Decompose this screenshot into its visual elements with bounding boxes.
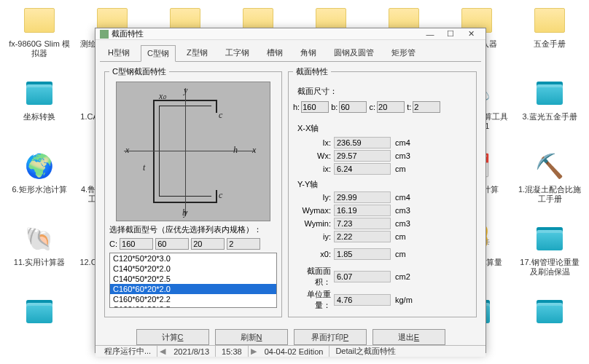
- zip-icon: [22, 76, 57, 111]
- desktop-item-label: 6.矩形水池计算: [7, 185, 72, 194]
- xx-label: X-X轴: [297, 123, 472, 134]
- status-run: 程序运行中...: [98, 346, 157, 357]
- list-item[interactable]: C160*60*20*2.2: [110, 294, 276, 304]
- status-date: 2021/8/13: [168, 346, 216, 357]
- list-item[interactable]: C120*50*20*3.0: [110, 253, 276, 264]
- tab-2[interactable]: Z型钢: [180, 44, 214, 61]
- button-row: 计算C 刷新N 界面打印P 退出E: [95, 329, 485, 345]
- app-icon: [100, 30, 109, 39]
- zip-icon: [532, 221, 567, 256]
- desktop-item[interactable]: 🌍6.矩形水池计算: [3, 146, 76, 218]
- tab-1[interactable]: C型钢: [141, 45, 176, 62]
- dims-label: 截面尺寸：: [297, 86, 472, 97]
- minimize-button[interactable]: ―: [420, 30, 440, 39]
- props-box: Ix:236.59cm4 Wx:29.57cm3 ix:6.24cm Y-Y轴 …: [293, 135, 472, 312]
- window-title: 截面特性: [112, 28, 144, 39]
- print-button[interactable]: 界面打印P: [294, 329, 367, 345]
- val-Iy: 29.99: [334, 191, 391, 203]
- list-item[interactable]: C160*60*20*2.0: [110, 284, 276, 294]
- section-diagram: y x x y h b t c c x₀: [116, 82, 270, 221]
- desktop-item-label: 17.钢管理论重量及刷油保温: [517, 258, 582, 276]
- tab-7[interactable]: 矩形管: [385, 44, 422, 61]
- dim-h[interactable]: [301, 101, 329, 113]
- calc-button[interactable]: 计算C: [136, 329, 209, 345]
- desktop-item[interactable]: 坐标转换: [3, 73, 76, 146]
- input-C[interactable]: [120, 238, 153, 250]
- list-item[interactable]: C140*50*20*2.0: [110, 264, 276, 274]
- desktop-item[interactable]: 17.钢管理论重量及刷油保温: [513, 218, 586, 291]
- folder-icon: [22, 3, 57, 38]
- exit-button[interactable]: 退出E: [372, 329, 445, 345]
- select-label: 选择截面型号（应优先选择列表内规格）：: [109, 224, 277, 235]
- zip-icon: [532, 294, 567, 329]
- left-fieldset: C型钢截面特性 y x x y h b: [104, 66, 282, 317]
- titlebar[interactable]: 截面特性 ― ☐ ✕: [95, 28, 485, 40]
- app-icon: ⛏️: [532, 149, 567, 183]
- desktop-item[interactable]: fx-9860G Slim 模拟器: [3, 0, 76, 73]
- desktop-item[interactable]: 🐚11.实用计算器: [3, 218, 76, 291]
- list-item[interactable]: C160*60*20*2.5: [110, 304, 276, 308]
- tab-5[interactable]: 角钢: [294, 44, 323, 61]
- status-detail: Detail之截面特性: [329, 346, 402, 357]
- desktop-item[interactable]: [513, 291, 586, 364]
- right-legend: 截面特性: [293, 66, 331, 77]
- input-a[interactable]: [155, 238, 189, 250]
- tab-0[interactable]: H型钢: [101, 44, 136, 61]
- model-listbox[interactable]: C120*50*20*3.0C140*50*20*2.0C140*50*20*2…: [109, 253, 277, 308]
- desktop-item[interactable]: 3.蓝光五金手册: [513, 73, 586, 146]
- tab-strip: H型钢C型钢Z型钢工字钢槽钢角钢圆钢及圆管矩形管: [95, 40, 485, 61]
- tab-6[interactable]: 圆钢及圆管: [327, 44, 381, 61]
- app-icon: 🐚: [22, 221, 57, 256]
- val-weight: 4.76: [334, 294, 391, 306]
- list-item[interactable]: C140*50*20*2.5: [110, 274, 276, 284]
- folder-icon: [532, 3, 567, 38]
- val-x0: 1.85: [334, 248, 391, 260]
- select-inputs: C:: [109, 238, 277, 250]
- val-area: 6.07: [334, 271, 391, 282]
- val-Wymin: 7.23: [334, 218, 391, 229]
- val-ix: 6.24: [334, 163, 391, 175]
- dim-b[interactable]: [339, 101, 367, 113]
- status-edition: 04-04-02 Edition: [259, 346, 330, 357]
- section-properties-window: 截面特性 ― ☐ ✕ H型钢C型钢Z型钢工字钢槽钢角钢圆钢及圆管矩形管 C型钢截…: [95, 28, 486, 353]
- desktop-item-label: 坐标转换: [7, 112, 72, 122]
- val-Ix: 236.59: [334, 137, 391, 149]
- zip-icon: [22, 294, 57, 329]
- desktop-item-label: 1.混凝土配合比施工手册: [517, 185, 582, 203]
- status-time: 15:38: [216, 346, 249, 357]
- desktop-item-label: 五金手册: [517, 39, 582, 49]
- main-panel: C型钢截面特性 y x x y h b: [100, 61, 481, 322]
- status-bar: 程序运行中... ◀ 2021/8/13 15:38 ▶ 04-04-02 Ed…: [95, 345, 485, 357]
- refresh-button[interactable]: 刷新N: [215, 329, 288, 345]
- yy-label: Y-Y轴: [297, 179, 472, 190]
- val-iy: 2.22: [334, 231, 391, 242]
- dims-row: h: b: c: t:: [293, 101, 472, 113]
- desktop-item-label: fx-9860G Slim 模拟器: [7, 39, 72, 58]
- val-Wx: 29.57: [334, 150, 391, 162]
- desktop-item[interactable]: 五金手册: [513, 0, 586, 73]
- desktop-item-label: 11.实用计算器: [7, 258, 72, 267]
- zip-icon: [532, 76, 567, 111]
- left-legend: C型钢截面特性: [109, 66, 169, 77]
- right-fieldset: 截面特性 截面尺寸： h: b: c: t: X-X轴 Ix:236.59cm4…: [288, 66, 477, 317]
- close-button[interactable]: ✕: [461, 29, 481, 39]
- tab-4[interactable]: 槽钢: [260, 44, 289, 61]
- desktop-item[interactable]: ⛏️1.混凝土配合比施工手册: [513, 146, 586, 218]
- desktop-item-label: 3.蓝光五金手册: [517, 112, 582, 122]
- app-icon: 🌍: [22, 149, 57, 183]
- dim-t[interactable]: [413, 101, 440, 113]
- dim-c[interactable]: [377, 101, 405, 113]
- maximize-button[interactable]: ☐: [440, 29, 461, 39]
- tab-3[interactable]: 工字钢: [219, 44, 256, 61]
- val-Wymax: 16.19: [334, 205, 391, 216]
- input-c2[interactable]: [227, 238, 260, 250]
- desktop-item[interactable]: [3, 291, 76, 364]
- input-b[interactable]: [191, 238, 225, 250]
